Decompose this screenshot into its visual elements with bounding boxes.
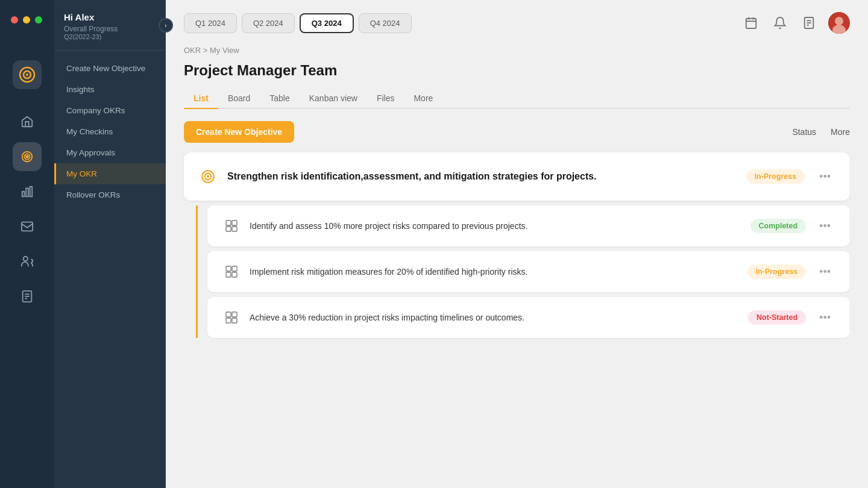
svg-rect-37 xyxy=(226,312,231,317)
sidebar-icon-chart[interactable] xyxy=(13,177,42,206)
objective-title: Strengthen risk identification,assessmen… xyxy=(227,169,597,184)
svg-rect-38 xyxy=(232,312,237,317)
traffic-light-green xyxy=(35,16,42,23)
sidebar-icon-okr[interactable] xyxy=(13,142,42,171)
quarter-tab-q3[interactable]: Q3 2024 xyxy=(300,13,354,33)
user-info: Hi Alex Overall Progress Q2(2022-23) xyxy=(54,0,166,51)
key-results-section: Identify and assess 10% more project ris… xyxy=(196,205,850,338)
objective-menu-button[interactable]: ••• xyxy=(814,168,835,186)
view-tab-board[interactable]: Board xyxy=(218,89,260,109)
objective-icon xyxy=(198,167,218,186)
objective-right: In-Progress ••• xyxy=(746,168,835,186)
objective-card: Strengthen risk identification,assessmen… xyxy=(184,152,850,201)
quarter-tab-q2[interactable]: Q2 2024 xyxy=(242,13,295,33)
kr-status-badge-kr1: Completed xyxy=(750,219,807,233)
svg-point-24 xyxy=(835,17,843,25)
page-title: Project Manager Team xyxy=(184,62,850,79)
kr-title-kr1: Identify and assess 10% more project ris… xyxy=(250,221,527,231)
text-sidebar: › Hi Alex Overall Progress Q2(2022-23) C… xyxy=(54,0,166,488)
kr-status-badge-kr2: In-Progress xyxy=(747,264,806,279)
kr-left: Identify and assess 10% more project ris… xyxy=(222,216,750,236)
kr-icon xyxy=(222,262,241,281)
breadcrumb: OKR > My View xyxy=(184,46,850,55)
sidebar-item-company[interactable]: Company OKRs xyxy=(54,100,166,121)
svg-rect-9 xyxy=(22,222,33,231)
view-tab-table[interactable]: Table xyxy=(260,89,299,109)
user-greeting: Hi Alex xyxy=(64,12,156,22)
kr-left: Achieve a 30% reduction in project risks… xyxy=(222,308,748,327)
sidebar-item-myokr[interactable]: My OKR xyxy=(54,163,166,184)
view-tab-list[interactable]: List xyxy=(184,89,218,109)
quarter-tabs: Q1 2024Q2 2024Q3 2024Q4 2024 xyxy=(184,13,412,33)
svg-point-10 xyxy=(24,257,28,261)
status-label: Status xyxy=(792,127,816,137)
bell-icon[interactable] xyxy=(770,13,790,33)
top-bar: Q1 2024Q2 2024Q3 2024Q4 2024 xyxy=(166,0,868,40)
kr-status-badge-kr3: Not-Started xyxy=(748,310,806,325)
sidebar-item-approvals[interactable]: My Approvals xyxy=(54,142,166,163)
sidebar-item-insights[interactable]: Insights xyxy=(54,79,166,100)
user-progress-label: Overall Progress xyxy=(64,25,156,33)
sidebar-item-create[interactable]: Create New Objective xyxy=(54,58,166,79)
sidebar-nav: Create New ObjectiveInsightsCompany OKRs… xyxy=(54,51,166,488)
toolbar-row: Create New Objective Status More xyxy=(184,121,850,143)
svg-rect-34 xyxy=(232,266,237,271)
svg-rect-35 xyxy=(226,272,231,277)
svg-rect-7 xyxy=(26,189,28,197)
kr-card-kr2: Implement risk mitigation measures for 2… xyxy=(207,251,850,292)
main-content: Q1 2024Q2 2024Q3 2024Q4 2024 xyxy=(166,0,868,488)
document-icon[interactable] xyxy=(799,13,819,33)
sidebar-icon-home[interactable] xyxy=(13,107,42,136)
svg-rect-40 xyxy=(232,318,237,323)
kr-right: Completed ••• xyxy=(750,217,836,235)
svg-rect-30 xyxy=(232,221,237,225)
sidebar-icon-users[interactable] xyxy=(13,247,42,276)
svg-rect-6 xyxy=(22,192,25,196)
svg-rect-36 xyxy=(232,272,237,277)
kr-menu-button-kr2[interactable]: ••• xyxy=(814,263,835,281)
user-period: Q2(2022-23) xyxy=(64,33,156,40)
view-tab-kanban[interactable]: Kanban view xyxy=(300,89,367,109)
kr-card-kr3: Achieve a 30% reduction in project risks… xyxy=(207,297,850,338)
page-content: OKR > My View Project Manager Team ListB… xyxy=(166,40,868,488)
traffic-light-red xyxy=(11,16,18,23)
toolbar-more-button[interactable]: More xyxy=(831,127,850,137)
svg-rect-39 xyxy=(226,318,231,323)
kr-icon xyxy=(222,216,241,236)
kr-menu-button-kr1[interactable]: ••• xyxy=(814,217,835,235)
app-logo xyxy=(13,60,42,89)
sidebar-icon-report[interactable] xyxy=(13,282,42,311)
quarter-tab-q1[interactable]: Q1 2024 xyxy=(184,13,237,33)
sidebar-item-checkins[interactable]: My Checkins xyxy=(54,121,166,142)
kr-card-kr1: Identify and assess 10% more project ris… xyxy=(207,205,850,246)
traffic-light-yellow xyxy=(23,16,30,23)
kr-title-kr2: Implement risk mitigation measures for 2… xyxy=(250,267,527,277)
sidebar-expand-button[interactable]: › xyxy=(159,18,173,33)
sidebar-icon-mail[interactable] xyxy=(13,212,42,241)
svg-rect-32 xyxy=(232,227,237,231)
quarter-tab-q4[interactable]: Q4 2024 xyxy=(359,13,412,33)
svg-rect-29 xyxy=(226,221,231,225)
sidebar-item-rollover[interactable]: Rollover OKRs xyxy=(54,184,166,205)
create-objective-button[interactable]: Create New Objective xyxy=(184,121,294,143)
kr-right: Not-Started ••• xyxy=(748,309,835,327)
svg-point-5 xyxy=(26,155,28,158)
kr-right: In-Progress ••• xyxy=(747,263,835,281)
svg-point-28 xyxy=(207,175,209,178)
icon-sidebar xyxy=(0,0,54,488)
kr-left: Implement risk mitigation measures for 2… xyxy=(222,262,747,281)
objective-status-badge: In-Progress xyxy=(746,169,805,184)
svg-rect-15 xyxy=(746,19,756,28)
calendar-icon[interactable] xyxy=(741,13,761,33)
objective-left: Strengthen risk identification,assessmen… xyxy=(198,167,746,186)
view-tab-more[interactable]: More xyxy=(404,89,442,109)
svg-rect-33 xyxy=(226,266,231,271)
toolbar-right: Status More xyxy=(792,127,850,137)
top-icons xyxy=(741,12,850,34)
user-avatar[interactable] xyxy=(828,12,850,34)
view-tab-files[interactable]: Files xyxy=(367,89,404,109)
kr-title-kr3: Achieve a 30% reduction in project risks… xyxy=(250,313,524,322)
kr-icon xyxy=(222,308,241,327)
kr-menu-button-kr3[interactable]: ••• xyxy=(814,309,835,327)
svg-point-2 xyxy=(26,74,28,76)
